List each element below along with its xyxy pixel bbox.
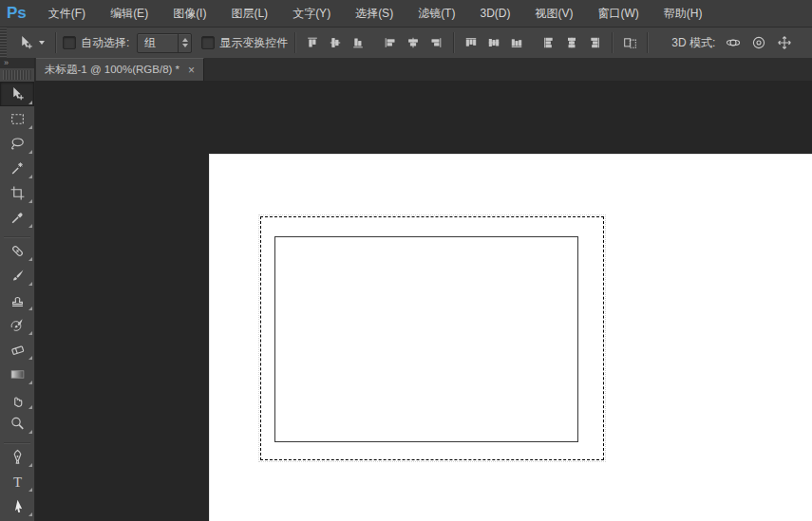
tab-close-icon[interactable]: × <box>188 65 195 76</box>
tool-flyout-corner <box>28 282 32 286</box>
separator <box>55 32 56 53</box>
tool-flyout-corner <box>28 307 32 310</box>
distribute-right-edges-icon[interactable] <box>584 32 605 53</box>
tool-flyout-corner <box>28 463 32 467</box>
3d-mode-label: 3D 模式: <box>671 35 715 51</box>
tool-history-brush[interactable] <box>0 312 34 337</box>
tool-flyout-corner <box>28 150 32 154</box>
tool-flyout-corner <box>28 199 32 203</box>
tool-flyout-corner <box>28 175 32 178</box>
menu-item-help[interactable]: 帮助(H) <box>651 0 715 27</box>
align-top-edges-icon[interactable] <box>302 32 323 53</box>
align-left-edges-icon[interactable] <box>380 32 401 53</box>
tool-group-separator <box>4 231 30 237</box>
auto-align-layers-icon[interactable] <box>619 32 640 53</box>
tool-smudge[interactable] <box>0 386 34 411</box>
menu-item-layer[interactable]: 图层(L) <box>218 0 280 27</box>
document-canvas[interactable] <box>209 154 812 521</box>
tool-spot-healing[interactable] <box>0 238 34 263</box>
tool-eraser[interactable] <box>0 337 34 362</box>
auto-select-target-dropdown[interactable]: 组 <box>137 33 192 53</box>
3d-pan-icon[interactable] <box>774 32 795 53</box>
menu-item-image[interactable]: 图像(I) <box>161 0 218 27</box>
tool-eyedropper[interactable] <box>0 205 34 230</box>
auto-align-slot <box>619 32 640 53</box>
tool-flyout-corner <box>28 512 32 516</box>
auto-select-label: 自动选择: <box>81 35 129 51</box>
document-tab[interactable]: 未标题-1 @ 100%(RGB/8) * × <box>36 58 204 81</box>
align-buttons <box>302 32 446 53</box>
align-vertical-centers-icon[interactable] <box>325 32 346 53</box>
tool-move[interactable] <box>0 82 34 106</box>
separator <box>612 32 613 53</box>
distribute-horizontal-centers-icon[interactable] <box>561 32 582 53</box>
photoshop-logo: Ps <box>7 4 27 23</box>
tool-gradient[interactable] <box>0 362 34 386</box>
dropdown-stepper-icon <box>178 34 191 52</box>
tool-brush[interactable] <box>0 263 34 288</box>
tool-flyout-corner <box>28 257 32 261</box>
separator <box>453 32 454 53</box>
distribute-bottom-edges-icon[interactable] <box>506 32 527 53</box>
menu-item-file[interactable]: 文件(F) <box>36 0 98 27</box>
photoshop-window: Ps 文件(F)编辑(E)图像(I)图层(L)文字(Y)选择(S)滤镜(T)3D… <box>0 0 812 521</box>
tool-flyout-corner <box>28 125 32 129</box>
menu-item-window[interactable]: 窗口(W) <box>585 0 651 27</box>
tool-list: T <box>0 82 34 521</box>
tool-flyout-corner <box>28 488 32 492</box>
tool-group-separator <box>4 437 30 443</box>
menu-item-edit[interactable]: 编辑(E) <box>98 0 161 27</box>
document-tab-bar: 未标题-1 @ 100%(RGB/8) * × <box>34 58 812 81</box>
tool-pen[interactable] <box>0 444 34 469</box>
tool-magic-wand[interactable] <box>0 156 34 180</box>
distribute-vertical-centers-icon[interactable] <box>483 32 504 53</box>
canvas-work-area[interactable] <box>34 81 812 521</box>
tool-crop[interactable] <box>0 180 34 205</box>
tool-flyout-corner <box>28 405 32 409</box>
tool-dodge[interactable] <box>0 411 34 436</box>
menu-item-type[interactable]: 文字(Y) <box>280 0 343 27</box>
tool-flyout-corner <box>28 224 32 228</box>
3d-mode-buttons <box>723 32 795 53</box>
distribute-buttons <box>461 32 605 53</box>
tool-flyout-corner <box>28 356 32 360</box>
options-bar-grip[interactable] <box>0 28 7 58</box>
tool-marquee[interactable] <box>0 106 34 131</box>
svg-text:T: T <box>12 474 21 489</box>
tool-type[interactable]: T <box>0 469 34 493</box>
menu-list: 文件(F)编辑(E)图像(I)图层(L)文字(Y)选择(S)滤镜(T)3D(D)… <box>36 0 715 27</box>
separator <box>294 32 295 53</box>
show-transform-label: 显示变换控件 <box>219 35 288 51</box>
menu-item-select[interactable]: 选择(S) <box>343 0 406 27</box>
align-bottom-edges-icon[interactable] <box>348 32 368 53</box>
document-tab-title: 未标题-1 @ 100%(RGB/8) * <box>45 63 179 77</box>
tool-clone-stamp[interactable] <box>0 288 34 312</box>
align-right-edges-icon[interactable] <box>425 32 446 53</box>
options-bar: 自动选择: 组 显示变换控件 3D 模式: <box>0 28 812 59</box>
menu-item-view[interactable]: 视图(V) <box>522 0 585 27</box>
panel-grip[interactable] <box>3 70 31 80</box>
tool-flyout-corner <box>28 331 32 335</box>
drawn-rectangle-outline <box>274 236 578 442</box>
menu-item-filter[interactable]: 滤镜(T) <box>406 0 467 27</box>
move-tool-icon <box>18 35 34 51</box>
3d-rotate-icon[interactable] <box>723 32 744 53</box>
align-horizontal-centers-icon[interactable] <box>403 32 424 53</box>
tool-flyout-corner <box>28 430 32 434</box>
tool-flyout-corner <box>28 101 32 104</box>
tools-panel: » T <box>0 58 35 521</box>
panel-collapse-button[interactable]: » <box>0 58 34 68</box>
tool-flyout-corner <box>28 381 32 384</box>
menu-item-3d[interactable]: 3D(D) <box>467 0 522 27</box>
tool-lasso[interactable] <box>0 131 34 156</box>
show-transform-checkbox[interactable] <box>201 36 215 49</box>
tool-path-selection[interactable] <box>0 493 34 518</box>
current-tool-preset[interactable] <box>14 35 48 51</box>
auto-select-checkbox[interactable] <box>63 36 76 49</box>
dropdown-value: 组 <box>138 35 178 51</box>
distribute-top-edges-icon[interactable] <box>461 32 482 53</box>
chevron-down-icon <box>39 41 45 45</box>
menu-bar: Ps 文件(F)编辑(E)图像(I)图层(L)文字(Y)选择(S)滤镜(T)3D… <box>0 0 812 28</box>
3d-roll-icon[interactable] <box>748 32 769 53</box>
distribute-left-edges-icon[interactable] <box>538 32 559 53</box>
